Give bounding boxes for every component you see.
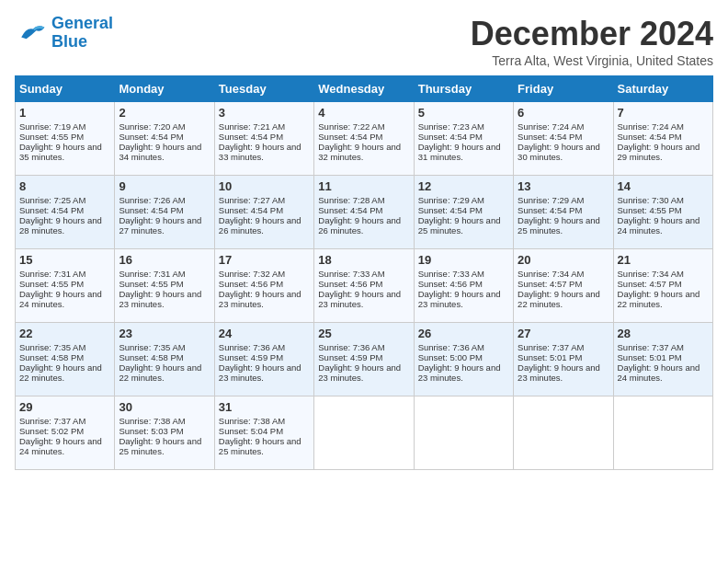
sunset-text: Sunset: 4:56 PM [219,279,283,289]
calendar-cell: 26Sunrise: 7:36 AMSunset: 5:00 PMDayligh… [414,323,513,396]
header-monday: Monday [115,76,214,102]
daylight-text: Daylight: 9 hours and 26 minutes. [318,215,401,236]
logo: General Blue [15,15,113,52]
daylight-text: Daylight: 9 hours and 24 minutes. [19,436,102,456]
sunset-text: Sunset: 4:59 PM [318,352,382,362]
sunset-text: Sunset: 4:58 PM [119,352,183,362]
day-number: 12 [418,179,509,193]
day-number: 25 [318,327,409,340]
day-number: 8 [19,179,110,193]
sunrise-text: Sunrise: 7:24 AM [618,121,684,132]
sunrise-text: Sunrise: 7:31 AM [19,269,85,279]
calendar-cell: 21Sunrise: 7:34 AMSunset: 4:57 PMDayligh… [613,249,712,323]
sunrise-text: Sunrise: 7:38 AM [219,416,285,426]
sunrise-text: Sunrise: 7:26 AM [119,195,185,205]
header-sunday: Sunday [16,76,115,102]
day-number: 24 [219,327,310,340]
calendar-cell: 28Sunrise: 7:37 AMSunset: 5:01 PMDayligh… [613,323,712,396]
calendar-cell: 1Sunrise: 7:19 AMSunset: 4:55 PMDaylight… [16,102,115,176]
sunrise-text: Sunrise: 7:23 AM [418,121,484,132]
sunset-text: Sunset: 4:59 PM [219,352,283,362]
sunrise-text: Sunrise: 7:36 AM [219,342,285,352]
calendar-cell: 25Sunrise: 7:36 AMSunset: 4:59 PMDayligh… [314,323,414,396]
day-number: 13 [518,179,609,193]
sunrise-text: Sunrise: 7:34 AM [618,269,684,279]
header: General Blue December 2024 Terra Alta, W… [15,15,713,68]
day-number: 14 [618,179,709,193]
calendar-cell: 13Sunrise: 7:29 AMSunset: 4:54 PMDayligh… [514,176,613,249]
logo-line2: Blue [51,32,87,51]
sunrise-text: Sunrise: 7:31 AM [119,269,185,279]
sunrise-text: Sunrise: 7:27 AM [219,195,285,205]
calendar-cell: 15Sunrise: 7:31 AMSunset: 4:55 PMDayligh… [16,249,115,323]
sunset-text: Sunset: 4:54 PM [19,205,84,215]
sunset-text: Sunset: 5:03 PM [119,426,183,436]
calendar-cell: 8Sunrise: 7:25 AMSunset: 4:54 PMDaylight… [16,176,115,249]
daylight-text: Daylight: 9 hours and 22 minutes. [119,362,201,383]
calendar-cell: 12Sunrise: 7:29 AMSunset: 4:54 PMDayligh… [414,176,513,249]
daylight-text: Daylight: 9 hours and 25 minutes. [119,436,201,456]
title-area: December 2024 Terra Alta, West Virginia,… [471,15,713,68]
calendar-cell: 7Sunrise: 7:24 AMSunset: 4:54 PMDaylight… [613,102,712,176]
day-number: 17 [219,253,310,267]
sunset-text: Sunset: 4:55 PM [618,205,682,215]
calendar-cell: 30Sunrise: 7:38 AMSunset: 5:03 PMDayligh… [115,396,214,470]
daylight-text: Daylight: 9 hours and 23 minutes. [518,362,600,383]
sunset-text: Sunset: 4:54 PM [219,132,283,142]
day-number: 26 [418,327,509,340]
day-number: 10 [219,179,310,193]
sunset-text: Sunset: 4:54 PM [418,132,483,142]
day-number: 31 [219,400,310,414]
day-number: 11 [318,179,409,193]
day-number: 4 [318,106,409,120]
header-wednesday: Wednesday [314,76,414,102]
calendar-cell: 20Sunrise: 7:34 AMSunset: 4:57 PMDayligh… [514,249,613,323]
sunset-text: Sunset: 5:04 PM [219,426,283,436]
day-number: 1 [19,106,110,120]
calendar-cell: 19Sunrise: 7:33 AMSunset: 4:56 PMDayligh… [414,249,513,323]
calendar-cell [414,396,513,470]
sunset-text: Sunset: 4:54 PM [318,205,382,215]
sunset-text: Sunset: 4:54 PM [618,132,682,142]
sunrise-text: Sunrise: 7:29 AM [518,195,584,205]
daylight-text: Daylight: 9 hours and 33 minutes. [219,142,301,162]
calendar-week-row: 8Sunrise: 7:25 AMSunset: 4:54 PMDaylight… [16,176,713,249]
sunset-text: Sunset: 4:54 PM [318,132,382,142]
calendar-table: SundayMondayTuesdayWednesdayThursdayFrid… [15,75,713,470]
header-tuesday: Tuesday [214,76,313,102]
sunset-text: Sunset: 4:55 PM [19,279,84,289]
calendar-cell: 14Sunrise: 7:30 AMSunset: 4:55 PMDayligh… [613,176,712,249]
sunset-text: Sunset: 4:54 PM [219,205,283,215]
day-number: 28 [618,327,709,340]
sunrise-text: Sunrise: 7:37 AM [19,416,85,426]
sunrise-text: Sunrise: 7:35 AM [19,342,85,352]
daylight-text: Daylight: 9 hours and 25 minutes. [518,215,600,236]
sunrise-text: Sunrise: 7:35 AM [119,342,185,352]
sunrise-text: Sunrise: 7:33 AM [418,269,484,279]
daylight-text: Daylight: 9 hours and 25 minutes. [418,215,501,236]
calendar-cell: 27Sunrise: 7:37 AMSunset: 5:01 PMDayligh… [514,323,613,396]
sunrise-text: Sunrise: 7:34 AM [518,269,584,279]
calendar-week-row: 15Sunrise: 7:31 AMSunset: 4:55 PMDayligh… [16,249,713,323]
calendar-header-row: SundayMondayTuesdayWednesdayThursdayFrid… [16,76,713,102]
sunrise-text: Sunrise: 7:36 AM [418,342,484,352]
sunrise-text: Sunrise: 7:32 AM [219,269,285,279]
sunset-text: Sunset: 4:55 PM [19,132,84,142]
calendar-cell: 18Sunrise: 7:33 AMSunset: 4:56 PMDayligh… [314,249,414,323]
sunset-text: Sunset: 5:01 PM [518,352,582,362]
calendar-cell [514,396,613,470]
header-saturday: Saturday [613,76,712,102]
daylight-text: Daylight: 9 hours and 30 minutes. [518,142,600,162]
day-number: 19 [418,253,509,267]
daylight-text: Daylight: 9 hours and 23 minutes. [119,289,201,309]
daylight-text: Daylight: 9 hours and 34 minutes. [119,142,201,162]
daylight-text: Daylight: 9 hours and 23 minutes. [418,289,501,309]
daylight-text: Daylight: 9 hours and 22 minutes. [518,289,600,309]
sunrise-text: Sunrise: 7:21 AM [219,121,285,132]
sunset-text: Sunset: 4:56 PM [418,279,483,289]
calendar-cell: 10Sunrise: 7:27 AMSunset: 4:54 PMDayligh… [214,176,313,249]
calendar-cell: 9Sunrise: 7:26 AMSunset: 4:54 PMDaylight… [115,176,214,249]
day-number: 16 [119,253,210,267]
calendar-cell: 31Sunrise: 7:38 AMSunset: 5:04 PMDayligh… [214,396,313,470]
day-number: 21 [618,253,709,267]
